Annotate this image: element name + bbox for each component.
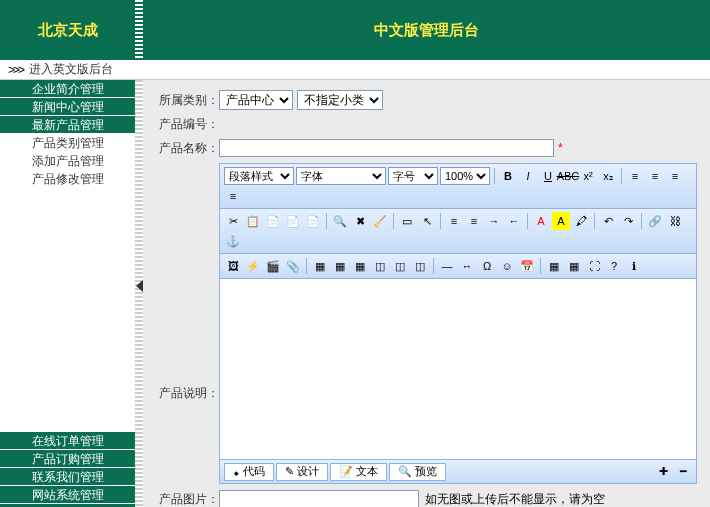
collapse-sidebar-icon[interactable]	[136, 280, 143, 292]
side-divider	[135, 80, 143, 507]
object-2-button[interactable]: ▦	[331, 257, 349, 275]
align-center-button[interactable]: ≡	[646, 167, 664, 185]
special-char-button[interactable]: Ω	[478, 257, 496, 275]
bold-button[interactable]: B	[499, 167, 517, 185]
emoji-button[interactable]: ☺	[498, 257, 516, 275]
sidebar-item-online-orders[interactable]: 在线订单管理	[0, 432, 135, 450]
sidebar-item-product-orders[interactable]: 产品订购管理	[0, 450, 135, 468]
object-1-button[interactable]: ▦	[311, 257, 329, 275]
editor-footer: ⬥代码 ✎设计 📝文本 🔍预览 ✚ ━	[220, 459, 696, 483]
undo-button[interactable]: ↶	[599, 212, 617, 230]
align-left-button[interactable]: ≡	[626, 167, 644, 185]
table-props-button[interactable]: ▦	[565, 257, 583, 275]
expand-button[interactable]: ✚	[654, 463, 672, 481]
object-5-button[interactable]: ◫	[391, 257, 409, 275]
fullscreen-button[interactable]: ⛶	[585, 257, 603, 275]
rich-text-editor: 段落样式 字体 字号 100% B I U ABC x² x₂ ≡ ≡ ≡ ≡	[219, 163, 697, 484]
anchor-button[interactable]: ⚓	[224, 232, 242, 250]
label-product-no: 产品编号：	[155, 116, 219, 133]
unordered-list-button[interactable]: ≡	[465, 212, 483, 230]
date-button[interactable]: 📅	[518, 257, 536, 275]
select-font[interactable]: 字体	[296, 167, 386, 185]
font-color-button[interactable]: A	[532, 212, 550, 230]
object-6-button[interactable]: ◫	[411, 257, 429, 275]
paste-button[interactable]: 📄	[264, 212, 282, 230]
english-admin-link[interactable]: 进入英文版后台	[29, 61, 113, 78]
sidebar-item-product-category[interactable]: 产品类别管理	[0, 134, 135, 152]
tab-text[interactable]: 📝文本	[330, 463, 387, 481]
bg-color-button[interactable]: A	[552, 212, 570, 230]
align-right-button[interactable]: ≡	[666, 167, 684, 185]
outdent-button[interactable]: ←	[505, 212, 523, 230]
tab-design[interactable]: ✎设计	[276, 463, 328, 481]
editor-toolbar-1: 段落样式 字体 字号 100% B I U ABC x² x₂ ≡ ≡ ≡ ≡	[220, 164, 696, 209]
italic-button[interactable]: I	[519, 167, 537, 185]
label-product-img: 产品图片：	[155, 491, 219, 508]
marquee-button[interactable]: ↔	[458, 257, 476, 275]
brand-title: 北京天成	[0, 0, 135, 60]
text-icon: 📝	[339, 465, 353, 478]
paste-text-button[interactable]: 📄	[284, 212, 302, 230]
label-product-name: 产品名称：	[155, 140, 219, 157]
sidebar-item-company-intro[interactable]: 企业简介管理	[0, 80, 135, 98]
sidebar-item-news-center[interactable]: 新闻中心管理	[0, 98, 135, 116]
redo-button[interactable]: ↷	[619, 212, 637, 230]
copy-button[interactable]: 📋	[244, 212, 262, 230]
admin-title: 中文版管理后台	[143, 0, 710, 60]
help-button[interactable]: ?	[605, 257, 623, 275]
paste-word-button[interactable]: 📄	[304, 212, 322, 230]
editor-textarea[interactable]	[220, 279, 696, 459]
cut-button[interactable]: ✂	[224, 212, 242, 230]
sidebar-item-contact-us[interactable]: 联系我们管理	[0, 468, 135, 486]
sidebar-item-latest-products[interactable]: 最新产品管理	[0, 116, 135, 134]
strikethrough-button[interactable]: ABC	[559, 167, 577, 185]
select-category-main[interactable]: 产品中心	[219, 90, 293, 110]
underline-button[interactable]: U	[539, 167, 557, 185]
design-icon: ✎	[285, 465, 294, 478]
sidebar-item-add-product[interactable]: 添加产品管理	[0, 152, 135, 170]
tab-preview[interactable]: 🔍预览	[389, 463, 446, 481]
clear-format-button[interactable]: 🧹	[371, 212, 389, 230]
indent-button[interactable]: →	[485, 212, 503, 230]
cursor-button[interactable]: ↖	[418, 212, 436, 230]
media-button[interactable]: 🎬	[264, 257, 282, 275]
select-category-sub[interactable]: 不指定小类	[297, 90, 383, 110]
subscript-button[interactable]: x₂	[599, 167, 617, 185]
sidebar-item-system-settings[interactable]: 网站系统管理	[0, 486, 135, 504]
shrink-button[interactable]: ━	[674, 463, 692, 481]
code-icon: ⬥	[233, 466, 240, 478]
arrow-icon: >>>	[8, 63, 23, 77]
tab-code[interactable]: ⬥代码	[224, 463, 274, 481]
select-paragraph-style[interactable]: 段落样式	[224, 167, 294, 185]
select-button[interactable]: ▭	[398, 212, 416, 230]
hr-button[interactable]: —	[438, 257, 456, 275]
object-3-button[interactable]: ▦	[351, 257, 369, 275]
align-justify-button[interactable]: ≡	[224, 187, 242, 205]
link-button[interactable]: 🔗	[646, 212, 664, 230]
select-zoom[interactable]: 100%	[440, 167, 490, 185]
input-product-name[interactable]	[219, 139, 554, 157]
input-product-img[interactable]	[219, 490, 419, 507]
editor-toolbar-2: ✂ 📋 📄 📄 📄 🔍 ✖ 🧹 ▭ ↖ ≡ ≡ → ←	[220, 209, 696, 254]
sidebar: 企业简介管理 新闻中心管理 最新产品管理 产品类别管理 添加产品管理 产品修改管…	[0, 80, 135, 507]
object-4-button[interactable]: ◫	[371, 257, 389, 275]
superscript-button[interactable]: x²	[579, 167, 597, 185]
about-button[interactable]: ℹ	[625, 257, 643, 275]
file-button[interactable]: 📎	[284, 257, 302, 275]
content-area: 所属类别： 产品中心 不指定小类 产品编号： 产品名称： * 产品说明： 段落样…	[143, 80, 710, 507]
preview-icon: 🔍	[398, 465, 412, 478]
unlink-button[interactable]: ⛓	[666, 212, 684, 230]
label-category: 所属类别：	[155, 92, 219, 109]
find-button[interactable]: 🔍	[331, 212, 349, 230]
editor-toolbar-3: 🖼 ⚡ 🎬 📎 ▦ ▦ ▦ ◫ ◫ ◫ — ↔ Ω ☺ 📅	[220, 254, 696, 279]
delete-button[interactable]: ✖	[351, 212, 369, 230]
ordered-list-button[interactable]: ≡	[445, 212, 463, 230]
image-button[interactable]: 🖼	[224, 257, 242, 275]
img-hint-text: 如无图或上传后不能显示，请为空	[425, 491, 605, 508]
flash-button[interactable]: ⚡	[244, 257, 262, 275]
highlight-button[interactable]: 🖍	[572, 212, 590, 230]
select-font-size[interactable]: 字号	[388, 167, 438, 185]
table-button[interactable]: ▦	[545, 257, 563, 275]
subheader: >>> 进入英文版后台	[0, 60, 710, 80]
sidebar-item-edit-product[interactable]: 产品修改管理	[0, 170, 135, 188]
